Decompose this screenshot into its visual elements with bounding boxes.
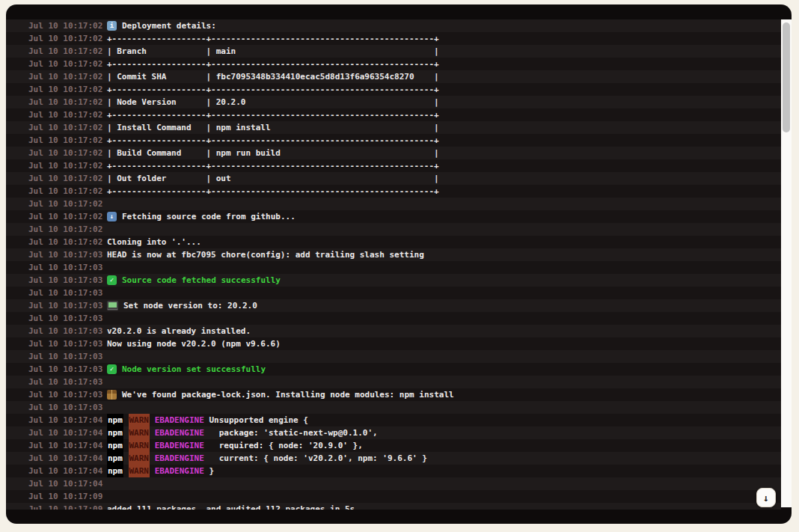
log-viewport[interactable]: Jul 10 10:17:02iDeployment details:Jul 1… <box>6 19 781 510</box>
log-timestamp: Jul 10 10:17:02 <box>28 83 107 96</box>
log-row: Jul 10 10:17:02| Node Version | 20.2.0 | <box>6 96 781 108</box>
log-text: WARN <box>129 465 150 477</box>
log-text: +-------------------+-------------------… <box>107 134 439 147</box>
log-text <box>150 426 155 439</box>
log-message: v20.2.0 is already installed. <box>107 325 251 337</box>
log-row: Jul 10 10:17:03 <box>6 261 781 274</box>
log-timestamp: Jul 10 10:17:04 <box>28 465 107 477</box>
info-icon: i <box>107 21 117 31</box>
log-timestamp: Jul 10 10:17:02 <box>28 147 107 159</box>
log-message: iDeployment details: <box>107 19 216 32</box>
log-text: Cloning into '.'... <box>107 236 201 248</box>
log-text: Unsupported engine { <box>204 414 308 426</box>
log-message: | Branch | main | <box>107 45 439 58</box>
log-row: Jul 10 10:17:03✓Node version set success… <box>6 363 781 376</box>
log-row: Jul 10 10:17:03 <box>6 350 781 363</box>
log-message: ✓Source code fetched successfully <box>107 274 281 287</box>
log-text: package: 'static-next-wp@0.1.0', <box>204 426 378 439</box>
log-text: npm <box>107 452 123 465</box>
log-row: Jul 10 10:17:03 <box>6 287 781 299</box>
log-row: Jul 10 10:17:03v20.2.0 is already instal… <box>6 325 781 337</box>
log-text: WARN <box>129 439 150 452</box>
scrollbar-track[interactable] <box>781 19 792 507</box>
package-icon <box>107 390 117 400</box>
log-timestamp: Jul 10 10:17:02 <box>28 236 107 248</box>
log-row: Jul 10 10:17:03 <box>6 312 781 325</box>
log-text <box>123 452 129 465</box>
log-timestamp: Jul 10 10:17:03 <box>28 350 107 363</box>
log-text: added 111 packages, and audited 112 pack… <box>107 503 355 510</box>
log-timestamp: Jul 10 10:17:03 <box>28 376 107 388</box>
log-row: Jul 10 10:17:09 <box>6 490 781 503</box>
log-text: | Commit SHA | fbc7095348b334410ecac5d8d… <box>107 70 439 83</box>
log-text: v20.2.0 is already installed. <box>107 325 251 337</box>
log-text: | Branch | main | <box>107 45 439 58</box>
log-message: +-------------------+-------------------… <box>107 185 439 198</box>
log-timestamp: Jul 10 10:17:02 <box>28 134 107 147</box>
log-message: We've found package-lock.json. Installin… <box>107 388 454 401</box>
log-timestamp: Jul 10 10:17:02 <box>28 172 107 185</box>
log-row: Jul 10 10:17:02| Commit SHA | fbc7095348… <box>6 70 781 83</box>
log-text: npm <box>107 439 123 452</box>
log-text: +-------------------+-------------------… <box>107 159 439 172</box>
log-row: Jul 10 10:17:09added 111 packages, and a… <box>6 503 781 510</box>
log-message: npm WARN EBADENGINE current: { node: 'v2… <box>107 452 427 465</box>
log-row: Jul 10 10:17:02+-------------------+----… <box>6 83 781 96</box>
log-row: Jul 10 10:17:02+-------------------+----… <box>6 108 781 121</box>
log-text: +-------------------+-------------------… <box>107 58 439 70</box>
log-text: HEAD is now at fbc7095 chore(config): ad… <box>107 248 424 261</box>
log-message: ↓Fetching source code from github... <box>107 210 296 223</box>
log-message: +-------------------+-------------------… <box>107 134 439 147</box>
log-message: Set node version to: 20.2.0 <box>107 299 257 312</box>
log-timestamp: Jul 10 10:17:04 <box>28 477 107 490</box>
log-row: Jul 10 10:17:03 <box>6 376 781 388</box>
log-message: +-------------------+-------------------… <box>107 83 439 96</box>
log-text: +-------------------+-------------------… <box>107 108 439 121</box>
log-message: ✓Node version set successfully <box>107 363 266 376</box>
log-timestamp: Jul 10 10:17:02 <box>28 210 107 223</box>
log-text: npm <box>107 414 123 426</box>
scroll-to-bottom-button[interactable]: ↓ <box>756 488 776 507</box>
log-timestamp: Jul 10 10:17:02 <box>28 121 107 134</box>
log-text: Source code fetched successfully <box>122 274 281 287</box>
log-text: | Node Version | 20.2.0 | <box>107 96 439 108</box>
scrollbar-thumb[interactable] <box>783 22 790 132</box>
log-text <box>150 439 155 452</box>
log-timestamp: Jul 10 10:17:03 <box>28 337 107 350</box>
log-text <box>150 465 155 477</box>
log-timestamp: Jul 10 10:17:02 <box>28 108 107 121</box>
log-row: Jul 10 10:17:02+-------------------+----… <box>6 134 781 147</box>
log-timestamp: Jul 10 10:17:02 <box>28 185 107 198</box>
log-row: Jul 10 10:17:02+-------------------+----… <box>6 185 781 198</box>
log-text: npm <box>107 426 123 439</box>
log-text: WARN <box>129 452 150 465</box>
log-timestamp: Jul 10 10:17:02 <box>28 58 107 70</box>
log-timestamp: Jul 10 10:17:09 <box>28 490 107 503</box>
log-row: Jul 10 10:17:03✓Source code fetched succ… <box>6 274 781 287</box>
log-timestamp: Jul 10 10:17:02 <box>28 159 107 172</box>
log-row: Jul 10 10:17:03 <box>6 401 781 414</box>
log-message: +-------------------+-------------------… <box>107 32 439 45</box>
log-row: Jul 10 10:17:02↓Fetching source code fro… <box>6 210 781 223</box>
log-row: Jul 10 10:17:02| Install Command | npm i… <box>6 121 781 134</box>
log-text: +-------------------+-------------------… <box>107 32 439 45</box>
log-timestamp: Jul 10 10:17:02 <box>28 32 107 45</box>
log-text <box>123 414 129 426</box>
log-text: | Install Command | npm install | <box>107 121 439 134</box>
log-timestamp: Jul 10 10:17:03 <box>28 388 107 401</box>
log-row: Jul 10 10:17:02iDeployment details: <box>6 19 781 32</box>
log-message: | Build Command | npm run build | <box>107 147 439 159</box>
log-row: Jul 10 10:17:04 <box>6 477 781 490</box>
log-row: Jul 10 10:17:02Cloning into '.'... <box>6 236 781 248</box>
log-message: added 111 packages, and audited 112 pack… <box>107 503 355 510</box>
log-row: Jul 10 10:17:02+-------------------+----… <box>6 32 781 45</box>
log-rows-container: Jul 10 10:17:02iDeployment details:Jul 1… <box>6 19 781 510</box>
log-text <box>123 465 129 477</box>
check-icon: ✓ <box>107 364 117 374</box>
log-text: EBADENGINE <box>155 465 204 477</box>
log-timestamp: Jul 10 10:17:02 <box>28 45 107 58</box>
log-text: +-------------------+-------------------… <box>107 185 439 198</box>
log-message: npm WARN EBADENGINE package: 'static-nex… <box>107 426 378 439</box>
log-message: +-------------------+-------------------… <box>107 58 439 70</box>
log-timestamp: Jul 10 10:17:02 <box>28 223 107 236</box>
